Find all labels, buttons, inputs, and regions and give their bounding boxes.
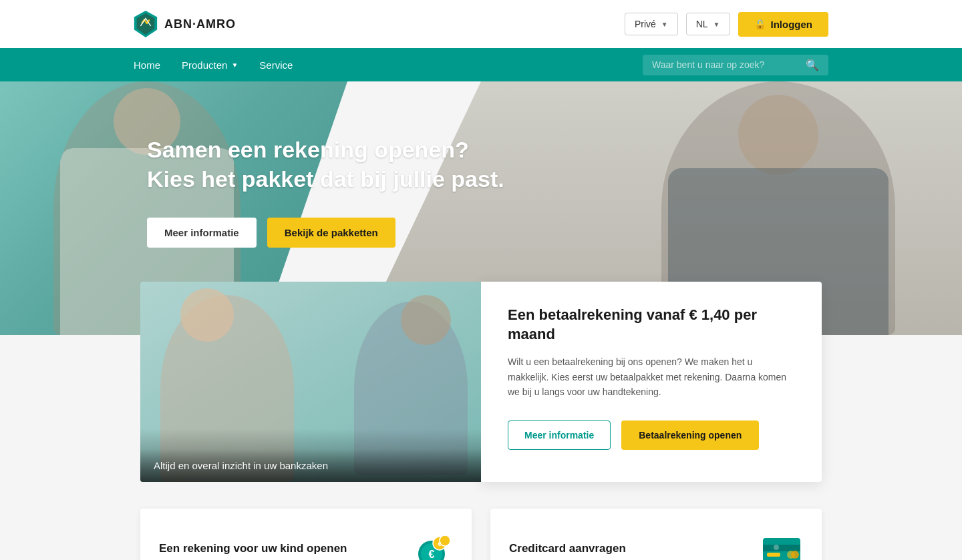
svg-point-11 [774, 545, 779, 550]
logo-text: ABN·AMRO [164, 17, 236, 31]
nav-producten[interactable]: Producten ▼ [182, 59, 238, 71]
bottom-card-kind-title: Een rekening voor uw kind openen [159, 541, 347, 556]
nav-bar: Home Producten ▼ Service 🔍 [0, 48, 962, 81]
hero-buttons: Meer informatie Bekijk de pakketten [147, 218, 504, 248]
chevron-down-icon: ▼ [713, 21, 720, 28]
nav-links: Home Producten ▼ Service [134, 59, 643, 71]
bottom-card-kind[interactable]: Een rekening voor uw kind openen € € [140, 509, 472, 560]
language-dropdown[interactable]: NL ▼ [686, 13, 730, 35]
abn-amro-logo-icon [134, 11, 158, 37]
svg-rect-8 [767, 553, 780, 557]
hero-title: Samen een rekening openen? Kies het pakk… [147, 135, 504, 194]
svg-point-10 [791, 551, 799, 559]
creditcard-icon [760, 527, 803, 560]
meer-informatie-card-button[interactable]: Meer informatie [508, 421, 611, 450]
card-image: Altijd en overal inzicht in uw bankzaken [140, 282, 481, 482]
login-button[interactable]: 🔒 Inloggen [738, 12, 829, 37]
card-heading: Een betaalrekening vanaf € 1,40 per maan… [508, 306, 795, 344]
svg-text:€: € [438, 541, 441, 547]
hero-content: Samen een rekening openen? Kies het pakk… [147, 135, 504, 248]
bottom-card-creditcard-title: Creditcard aanvragen [509, 541, 626, 556]
coin-icon: € € [410, 527, 453, 560]
login-label: Inloggen [771, 19, 813, 30]
search-icon[interactable]: 🔍 [806, 59, 819, 71]
chevron-down-icon: ▼ [231, 61, 238, 69]
betaalrekening-openen-button[interactable]: Betaalrekening openen [621, 421, 759, 450]
bottom-card-creditcard[interactable]: Creditcard aanvragen [490, 509, 822, 560]
nav-service[interactable]: Service [259, 59, 293, 71]
svg-text:€: € [429, 549, 435, 560]
header-right: Privé ▼ NL ▼ 🔒 Inloggen [625, 12, 828, 37]
prive-dropdown[interactable]: Privé ▼ [625, 13, 678, 35]
card-caption: Altijd en overal inzicht in uw bankzaken [140, 449, 481, 482]
search-input[interactable] [652, 59, 799, 70]
chevron-down-icon: ▼ [661, 21, 668, 28]
card-section: Altijd en overal inzicht in uw bankzaken… [140, 282, 822, 482]
prive-label: Privé [635, 19, 656, 29]
search-area: 🔍 [643, 55, 828, 75]
nav-home[interactable]: Home [134, 59, 160, 71]
bekijk-pakketten-button[interactable]: Bekijk de pakketten [267, 218, 395, 248]
lock-icon: 🔒 [754, 19, 766, 29]
header: ABN·AMRO Privé ▼ NL ▼ 🔒 Inloggen [0, 0, 962, 48]
card-text: Een betaalrekening vanaf € 1,40 per maan… [481, 282, 822, 482]
logo[interactable]: ABN·AMRO [134, 11, 236, 37]
card-description: Wilt u een betaalrekening bij ons openen… [508, 354, 795, 399]
card-buttons: Meer informatie Betaalrekening openen [508, 421, 795, 450]
bottom-cards-row: Een rekening voor uw kind openen € € Cre… [140, 509, 822, 560]
language-label: NL [696, 19, 708, 29]
svg-rect-7 [763, 545, 800, 551]
meer-informatie-hero-button[interactable]: Meer informatie [147, 218, 257, 248]
